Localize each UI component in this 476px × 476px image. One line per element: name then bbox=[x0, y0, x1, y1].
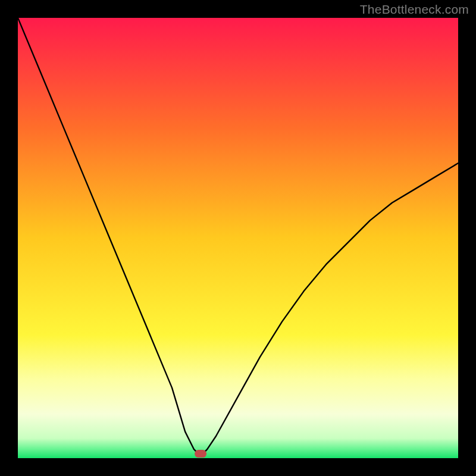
chart-svg bbox=[18, 18, 458, 458]
chart-plot-area bbox=[18, 18, 458, 458]
watermark-text: TheBottleneck.com bbox=[360, 2, 469, 17]
optimal-marker bbox=[195, 450, 206, 458]
gradient-background bbox=[18, 18, 458, 458]
chart-frame: TheBottleneck.com bbox=[0, 0, 476, 476]
